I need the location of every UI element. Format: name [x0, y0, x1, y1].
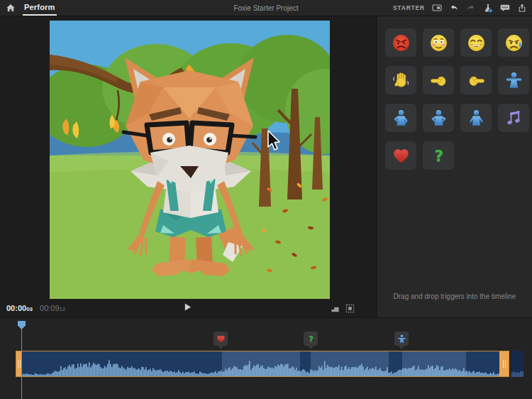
share-icon[interactable] [516, 3, 527, 13]
person-t-pose-icon [397, 334, 407, 344]
svg-text:?: ? [309, 334, 314, 344]
lab-icon[interactable] [482, 3, 493, 13]
trimmed-audio-segment [511, 351, 523, 377]
take-highlight [311, 351, 389, 376]
trigger-flushed-face[interactable] [423, 28, 454, 57]
trigger-music-notes[interactable] [498, 104, 529, 132]
person-t-pose-icon [504, 70, 524, 91]
stage-canvas[interactable] [50, 21, 330, 299]
triggers-hint: Drag and drop triggers into the timeline [377, 293, 532, 300]
trigger-person-hands-on-hips[interactable] [423, 104, 454, 132]
workspace-icon[interactable] [431, 3, 442, 13]
top-bar: Perform Foxie Starter Project STARTER [0, 0, 532, 16]
person-arms-down-icon [466, 108, 487, 129]
track-trim-handle-right[interactable] [499, 351, 509, 376]
tab-perform[interactable]: Perform [23, 0, 57, 16]
svg-text:?: ? [434, 147, 443, 165]
plan-badge: STARTER [393, 4, 425, 11]
home-button[interactable] [0, 0, 21, 16]
transport-bar: 00:0003 00:0912 [0, 299, 376, 317]
playhead-line [21, 328, 22, 399]
flushed-face-icon [428, 33, 449, 53]
trigger-sad-face[interactable] [498, 28, 529, 57]
person-hands-on-hips-icon [428, 108, 449, 129]
snapshot-icon[interactable] [345, 303, 355, 312]
heart-icon [216, 334, 226, 344]
point-right-icon [466, 70, 487, 91]
person-hand-on-hip-icon [391, 108, 411, 129]
take-highlight [222, 351, 300, 376]
question-icon: ?? [428, 146, 449, 166]
timeline-marker-question[interactable]: ?? [303, 331, 318, 346]
takes-icon[interactable] [331, 303, 340, 312]
trigger-angry-face[interactable] [385, 28, 416, 57]
sad-face-icon [504, 33, 524, 53]
timeline-marker-heart[interactable] [213, 331, 228, 346]
timeline-panel: ?? [0, 317, 532, 399]
heart-icon [391, 146, 411, 166]
mouse-cursor [267, 130, 281, 151]
trigger-point-right[interactable] [460, 66, 492, 94]
trigger-person-t-pose[interactable] [498, 66, 529, 94]
feedback-icon[interactable] [499, 3, 510, 13]
waving-hand-icon [391, 70, 411, 91]
playhead-handle[interactable] [18, 321, 26, 329]
trigger-waving-hand[interactable] [385, 66, 416, 94]
play-button[interactable] [182, 302, 193, 314]
redo-icon[interactable] [465, 3, 476, 13]
fox-character-scene [50, 21, 330, 299]
home-icon [6, 3, 16, 13]
point-left-icon [428, 70, 449, 91]
timecode-display: 00:0003 00:0912 [6, 299, 65, 317]
triggers-panel: ?? Drag and drop triggers into the timel… [376, 16, 532, 317]
angry-face-icon [391, 33, 411, 53]
trigger-grid: ?? [377, 16, 532, 170]
trigger-question[interactable]: ?? [423, 141, 454, 170]
undo-icon[interactable] [448, 3, 459, 13]
top-bar-actions: STARTER [393, 0, 527, 16]
audio-track[interactable] [16, 351, 509, 377]
trigger-person-hand-on-hip[interactable] [385, 104, 416, 132]
grinning-face-icon [466, 33, 487, 53]
trigger-grinning-face[interactable] [460, 28, 492, 57]
timeline-marker-person-t-pose[interactable] [394, 331, 409, 346]
trigger-point-left[interactable] [423, 66, 454, 94]
trigger-heart[interactable] [385, 141, 416, 170]
trigger-person-arms-down[interactable] [460, 104, 492, 132]
question-icon: ?? [306, 334, 316, 344]
play-icon [183, 302, 192, 315]
music-notes-icon [504, 108, 524, 129]
duration-timecode: 00:0912 [40, 304, 65, 312]
take-highlight [402, 351, 466, 376]
current-timecode: 00:0003 [6, 304, 33, 312]
